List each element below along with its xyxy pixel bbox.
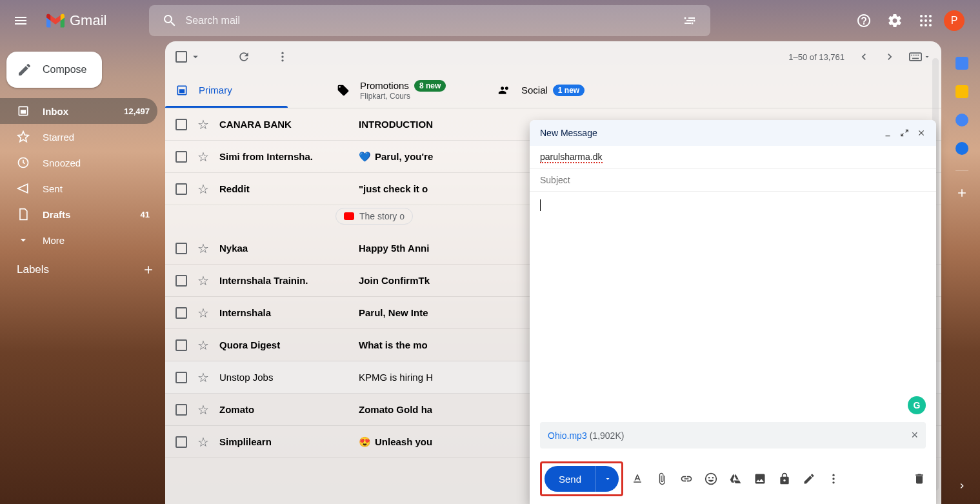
email-checkbox[interactable] bbox=[175, 307, 187, 319]
email-checkbox[interactable] bbox=[175, 119, 187, 130]
discard-icon[interactable] bbox=[913, 472, 926, 485]
tab-primary[interactable]: Primary bbox=[165, 72, 326, 108]
email-checkbox[interactable] bbox=[175, 339, 187, 351]
remove-attachment-icon[interactable]: × bbox=[911, 428, 918, 442]
close-icon[interactable] bbox=[917, 128, 926, 137]
nav-item-more[interactable]: More bbox=[0, 227, 157, 253]
subject-input[interactable] bbox=[540, 175, 926, 185]
search-bar[interactable] bbox=[149, 5, 710, 36]
select-dropdown-icon[interactable] bbox=[190, 51, 201, 63]
more-icon[interactable] bbox=[276, 50, 289, 63]
star-icon[interactable]: ☆ bbox=[197, 241, 209, 256]
support-button[interactable] bbox=[851, 8, 877, 34]
keep-app-icon[interactable] bbox=[955, 85, 968, 98]
send-button[interactable]: Send bbox=[545, 466, 595, 492]
attach-file-icon[interactable] bbox=[655, 472, 668, 485]
email-sender: Internshala bbox=[219, 307, 348, 318]
next-page-icon[interactable] bbox=[883, 50, 896, 63]
tasks-app-icon[interactable] bbox=[955, 114, 968, 126]
send-options-button[interactable] bbox=[595, 466, 619, 492]
nav-item-sent[interactable]: Sent bbox=[0, 176, 157, 201]
tab-icon bbox=[498, 84, 511, 97]
refresh-icon[interactable] bbox=[237, 50, 250, 63]
star-icon[interactable]: ☆ bbox=[197, 402, 209, 418]
minimize-icon[interactable] bbox=[883, 128, 892, 137]
star-icon[interactable]: ☆ bbox=[197, 149, 209, 165]
email-checkbox[interactable] bbox=[175, 275, 187, 287]
logo-area[interactable]: Gmail bbox=[36, 12, 117, 29]
send-button-highlight: Send bbox=[540, 461, 623, 496]
nav-item-starred[interactable]: Starred bbox=[0, 124, 157, 150]
add-app-icon[interactable] bbox=[955, 186, 968, 199]
signature-icon[interactable] bbox=[803, 472, 815, 485]
star-icon[interactable]: ☆ bbox=[197, 338, 209, 353]
compose-button[interactable]: Compose bbox=[6, 52, 102, 88]
prev-page-icon[interactable] bbox=[857, 50, 870, 63]
settings-button[interactable] bbox=[882, 8, 908, 34]
subject-field[interactable] bbox=[530, 169, 936, 192]
divider bbox=[955, 170, 968, 171]
contacts-app-icon[interactable] bbox=[955, 142, 968, 155]
apps-button[interactable] bbox=[913, 8, 939, 34]
calendar-app-icon[interactable] bbox=[955, 57, 968, 70]
star-icon[interactable]: ☆ bbox=[197, 181, 209, 197]
svg-point-14 bbox=[281, 55, 283, 57]
insert-link-icon[interactable] bbox=[680, 472, 693, 485]
nav-item-inbox[interactable]: Inbox12,497 bbox=[0, 98, 157, 124]
nav-label: Inbox bbox=[43, 106, 111, 117]
email-subject: Parul, New Inte bbox=[359, 307, 428, 318]
to-field[interactable]: parulsharma.dk bbox=[530, 146, 936, 169]
confidential-icon[interactable] bbox=[778, 472, 791, 485]
compose-header[interactable]: New Message bbox=[530, 120, 936, 146]
keyboard-icon bbox=[909, 52, 922, 61]
email-sender: CANARA BANK bbox=[219, 119, 348, 130]
collapse-panel-icon[interactable] bbox=[957, 481, 967, 491]
attachment-chip[interactable]: The story o bbox=[335, 208, 413, 225]
search-icon bbox=[162, 13, 177, 28]
email-checkbox[interactable] bbox=[175, 183, 187, 195]
help-icon bbox=[856, 13, 872, 28]
tab-promotions[interactable]: Promotions8 newFlipkart, Cours bbox=[326, 72, 488, 108]
emoji-icon[interactable] bbox=[705, 472, 717, 485]
main-menu-button[interactable] bbox=[5, 5, 36, 36]
header-actions: P bbox=[851, 8, 975, 34]
compose-body[interactable]: G bbox=[530, 192, 936, 422]
tab-badge: 1 new bbox=[553, 85, 585, 96]
nav-item-drafts[interactable]: Drafts41 bbox=[0, 201, 157, 227]
attachment-name: Ohio.mp3 bbox=[548, 430, 587, 441]
account-avatar[interactable]: P bbox=[944, 10, 965, 31]
star-icon[interactable]: ☆ bbox=[197, 117, 209, 132]
star-icon[interactable]: ☆ bbox=[197, 434, 209, 450]
grammarly-icon[interactable]: G bbox=[908, 396, 926, 414]
insert-image-icon[interactable] bbox=[754, 472, 766, 485]
email-checkbox[interactable] bbox=[175, 404, 187, 416]
svg-rect-17 bbox=[911, 55, 912, 56]
search-options-icon[interactable] bbox=[682, 13, 697, 28]
more-options-icon[interactable] bbox=[827, 472, 840, 485]
search-input[interactable] bbox=[185, 15, 674, 26]
tab-social[interactable]: Social1 new bbox=[488, 72, 649, 108]
select-all-checkbox[interactable] bbox=[175, 51, 187, 63]
email-checkbox[interactable] bbox=[175, 372, 187, 383]
email-checkbox[interactable] bbox=[175, 243, 187, 254]
format-text-icon[interactable] bbox=[631, 472, 644, 485]
star-icon[interactable]: ☆ bbox=[197, 305, 209, 321]
chevron-down-icon bbox=[923, 53, 931, 61]
email-checkbox[interactable] bbox=[175, 151, 187, 163]
attachment-chip[interactable]: Ohio.mp3 (1,902K) × bbox=[540, 422, 926, 449]
nav-item-snoozed[interactable]: Snoozed bbox=[0, 150, 157, 176]
svg-point-23 bbox=[708, 477, 710, 479]
svg-point-15 bbox=[281, 59, 283, 61]
input-tool-button[interactable] bbox=[909, 52, 931, 61]
email-sender: Zomato bbox=[219, 404, 348, 415]
email-subject: INTRODUCTION bbox=[359, 119, 433, 130]
add-label-icon[interactable] bbox=[142, 263, 155, 276]
star-icon[interactable]: ☆ bbox=[197, 273, 209, 288]
drive-icon[interactable] bbox=[729, 472, 742, 485]
email-sender: Quora Digest bbox=[219, 339, 348, 350]
app-name: Gmail bbox=[70, 12, 106, 29]
nav-icon bbox=[17, 105, 30, 117]
star-icon[interactable]: ☆ bbox=[197, 370, 209, 385]
email-checkbox[interactable] bbox=[175, 436, 187, 448]
fullscreen-icon[interactable] bbox=[900, 128, 909, 137]
